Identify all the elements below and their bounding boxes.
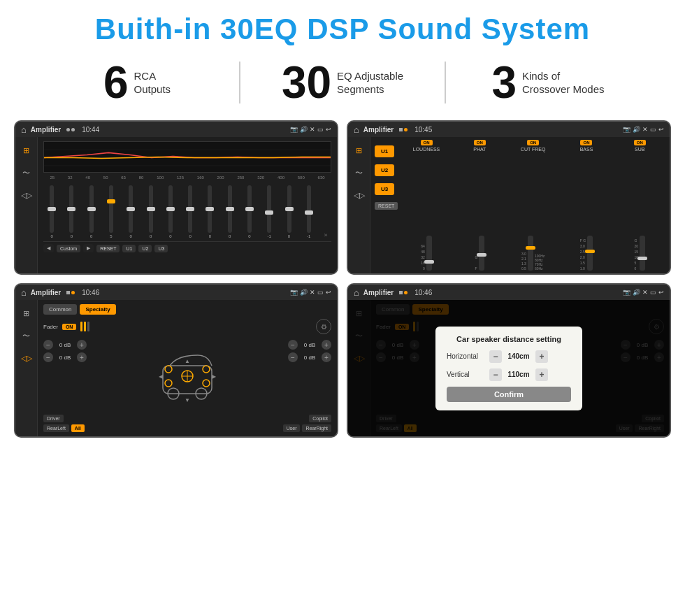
cutfreq-on-badge[interactable]: ON (527, 140, 539, 145)
eq-u1-btn[interactable]: U1 (122, 245, 136, 252)
u1-button[interactable]: U1 (375, 145, 394, 157)
u2-button[interactable]: U2 (375, 164, 394, 176)
eq-slider-5[interactable]: 0 (122, 185, 139, 238)
dialog-vertical-row: Vertical − 110cm + (447, 368, 571, 381)
eq-next-btn[interactable]: ▶ (83, 244, 94, 252)
stat-eq: 30 EQ AdjustableSegments (247, 60, 438, 105)
eq-slider-14[interactable]: -1 (301, 185, 317, 238)
eq-u3-btn[interactable]: U3 (154, 245, 168, 252)
eq-volume-icon: 🔊 (300, 126, 308, 133)
bass-on-badge[interactable]: ON (580, 140, 592, 145)
confirm-button[interactable]: Confirm (447, 387, 571, 402)
crossover-sidebar-wave-icon[interactable]: 〜 (352, 165, 367, 180)
phat-slider[interactable] (479, 236, 484, 271)
eq-content: ⊞ 〜 ◁▷ (15, 137, 337, 273)
db-plus-rl[interactable]: + (77, 352, 87, 362)
common-tab[interactable]: Common (43, 304, 77, 315)
page-title: Buith-in 30EQ DSP Sound System (0, 0, 685, 53)
specialty-tab[interactable]: Specialty (80, 304, 115, 315)
eq-slider-12[interactable]: -1 (261, 185, 277, 238)
cutfreq-slider[interactable] (528, 236, 533, 271)
eq-slider-10[interactable]: 0 (222, 185, 238, 238)
eq-slider-7[interactable]: 0 (162, 185, 179, 238)
vertical-plus-btn[interactable]: + (535, 368, 548, 381)
sub-on-badge[interactable]: ON (634, 140, 646, 145)
driver-btn[interactable]: Driver (43, 415, 64, 422)
eq-back-icon[interactable]: ↩ (326, 126, 331, 133)
eq-slider-2[interactable]: 0 (63, 185, 80, 238)
speaker-dot-orange (71, 291, 75, 294)
rearright-btn[interactable]: RearRight (302, 424, 331, 432)
speaker-tabs: Common Specialty (43, 304, 331, 315)
db-plus-fr[interactable]: + (322, 340, 331, 350)
eq-slider-9[interactable]: 0 (201, 185, 218, 238)
speaker-time: 10:46 (82, 289, 99, 296)
eq-arrows[interactable]: » (320, 231, 331, 238)
horizontal-value: 140cm (505, 352, 533, 360)
crossover-sidebar-eq-icon[interactable]: ⊞ (352, 143, 367, 158)
db-row-rr: − 0 dB + (288, 352, 331, 362)
fader-sliders[interactable] (80, 322, 89, 331)
eq-reset-btn[interactable]: RESET (96, 245, 120, 252)
speaker-status-bar: ⌂ Amplifier 10:46 📷 🔊 ✕ ▭ ↩ (15, 285, 337, 300)
crossover-reset-btn[interactable]: RESET (375, 202, 398, 210)
sub-slider[interactable] (640, 236, 645, 271)
loudness-slider[interactable] (426, 236, 432, 271)
user-btn[interactable]: User (283, 424, 301, 432)
db-row-fl: − 0 dB + (43, 340, 87, 350)
db-minus-rl[interactable]: − (43, 352, 53, 362)
vertical-minus-btn[interactable]: − (489, 368, 502, 381)
eq-slider-11[interactable]: 0 (241, 185, 258, 238)
settings-icon[interactable]: ⚙ (316, 319, 331, 334)
speaker-back-icon[interactable]: ↩ (326, 289, 331, 296)
copilot-btn[interactable]: Copilot (309, 415, 331, 422)
crossover-home-icon[interactable]: ⌂ (354, 124, 359, 135)
db-minus-fr[interactable]: − (288, 340, 298, 350)
u3-button[interactable]: U3 (375, 183, 394, 195)
stat-rca: 6 RCAOutputs (42, 60, 232, 105)
eq-home-icon[interactable]: ⌂ (21, 124, 27, 135)
stat-crossover: 3 Kinds ofCrossover Modes (453, 60, 643, 105)
eq-sidebar: ⊞ 〜 ◁▷ (15, 137, 38, 273)
speaker-sidebar-wave-icon[interactable]: 〜 (19, 328, 34, 343)
eq-sidebar-speaker-icon[interactable]: ◁▷ (19, 187, 34, 203)
rearleft-btn[interactable]: RearLeft (43, 424, 69, 432)
speaker-home-icon[interactable]: ⌂ (21, 287, 27, 298)
crossover-sidebar-speaker-icon[interactable]: ◁▷ (352, 187, 367, 203)
db-val-fr: 0 dB (300, 342, 319, 348)
db-minus-fl[interactable]: − (43, 340, 53, 350)
fader-label: Fader (43, 324, 58, 330)
dialog-back-icon[interactable]: ↩ (658, 289, 664, 296)
speaker-sidebar-eq-icon[interactable]: ⊞ (19, 306, 34, 321)
eq-prev-btn[interactable]: ◀ (43, 244, 54, 252)
loudness-scale: 644832160 (421, 244, 425, 271)
eq-dot-2 (71, 128, 75, 131)
eq-slider-1[interactable]: 0 (43, 185, 60, 238)
eq-slider-13[interactable]: 0 (280, 185, 297, 238)
eq-sidebar-eq-icon[interactable]: ⊞ (19, 143, 34, 158)
horizontal-minus-btn[interactable]: − (489, 350, 502, 363)
eq-slider-3[interactable]: 0 (83, 185, 100, 238)
eq-graph (43, 141, 331, 173)
db-plus-rr[interactable]: + (322, 352, 331, 362)
horizontal-plus-btn[interactable]: + (535, 350, 548, 363)
eq-u2-btn[interactable]: U2 (138, 245, 152, 252)
eq-slider-6[interactable]: 0 (142, 185, 159, 238)
sub-scale: G20151050 (635, 238, 639, 271)
speaker-sidebar-speaker-icon[interactable]: ◁▷ (19, 350, 34, 366)
svg-text:▶: ▶ (212, 373, 217, 380)
eq-slider-4[interactable]: 5 (103, 185, 120, 238)
db-row-rl: − 0 dB + (43, 352, 87, 362)
loudness-on-badge[interactable]: ON (421, 140, 433, 145)
db-plus-fl[interactable]: + (77, 340, 87, 350)
crossover-back-icon[interactable]: ↩ (658, 126, 664, 133)
fader-on-badge[interactable]: ON (62, 324, 77, 330)
all-btn[interactable]: All (71, 424, 85, 432)
db-minus-rr[interactable]: − (288, 352, 298, 362)
eq-status-bar: ⌂ Amplifier 10:44 📷 🔊 ✕ ▭ ↩ (15, 122, 337, 137)
dialog-home-icon[interactable]: ⌂ (354, 287, 359, 298)
phat-on-badge[interactable]: ON (474, 140, 486, 145)
bass-slider[interactable] (587, 236, 593, 271)
eq-sidebar-wave-icon[interactable]: 〜 (19, 165, 34, 180)
eq-slider-8[interactable]: 0 (182, 185, 199, 238)
